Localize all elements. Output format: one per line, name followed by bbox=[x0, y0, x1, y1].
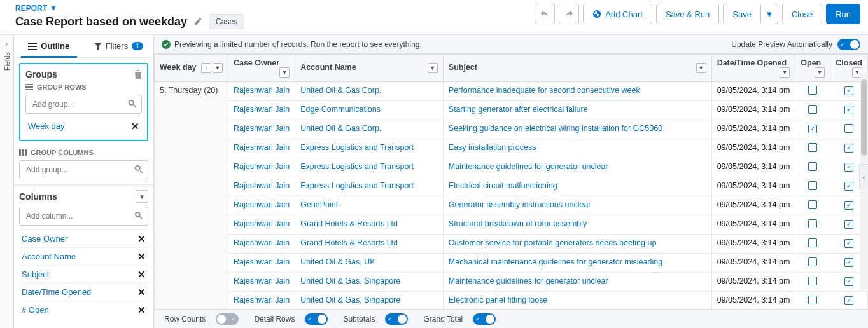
header-menu-icon[interactable]: ▼ bbox=[213, 63, 223, 73]
owner-cell[interactable]: Rajeshwari Jain bbox=[228, 235, 295, 254]
header-menu-icon[interactable]: ▼ bbox=[696, 63, 706, 73]
header-menu-icon[interactable]: ▼ bbox=[428, 63, 438, 73]
redo-button[interactable] bbox=[559, 4, 579, 24]
account-cell[interactable]: GenePoint bbox=[295, 196, 444, 215]
column-header[interactable]: Account Name ▼ bbox=[295, 55, 444, 82]
table-row: Rajeshwari JainGrand Hotels & Resorts Lt… bbox=[155, 215, 868, 235]
account-cell[interactable]: Edge Communications bbox=[295, 101, 444, 120]
auto-preview-toggle[interactable]: ✓ bbox=[837, 39, 860, 50]
account-cell[interactable]: United Oil & Gas, Singapore bbox=[295, 273, 444, 292]
owner-cell[interactable]: Rajeshwari Jain bbox=[228, 120, 295, 139]
owner-cell[interactable]: Rajeshwari Jain bbox=[228, 196, 295, 215]
subject-cell[interactable]: Electronic panel fitting loose bbox=[443, 292, 711, 310]
account-cell[interactable]: United Oil & Gas Corp. bbox=[295, 120, 444, 139]
account-cell[interactable]: Express Logistics and Transport bbox=[295, 158, 444, 177]
save-run-label: Save & Run bbox=[666, 10, 710, 19]
column-header[interactable]: Subject ▼ bbox=[443, 55, 711, 82]
trash-icon[interactable] bbox=[134, 70, 142, 79]
remove-column-icon[interactable]: ✕ bbox=[137, 270, 146, 279]
close-button[interactable]: Close bbox=[782, 4, 822, 24]
report-type-dropdown[interactable]: REPORT ▼ bbox=[15, 4, 535, 13]
fields-panel-toggle[interactable]: › Fields bbox=[0, 35, 14, 328]
column-item[interactable]: Date/Time Opened✕ bbox=[19, 283, 148, 301]
entity-pill[interactable]: Cases bbox=[209, 14, 244, 29]
owner-cell[interactable]: Rajeshwari Jain bbox=[228, 158, 295, 177]
grand-total-toggle[interactable]: ✓ bbox=[473, 313, 496, 325]
detail-rows-toggle[interactable]: ✓ bbox=[305, 313, 328, 325]
owner-cell[interactable]: Rajeshwari Jain bbox=[228, 139, 295, 158]
header-menu-icon[interactable]: ▼ bbox=[815, 67, 825, 78]
remove-column-icon[interactable]: ✕ bbox=[137, 234, 146, 243]
account-cell[interactable]: Express Logistics and Transport bbox=[295, 139, 444, 158]
column-item[interactable]: Subject✕ bbox=[19, 265, 148, 283]
subject-cell[interactable]: Structural breakdown of rotor assembly bbox=[443, 215, 711, 235]
group-cell[interactable]: 5. Thursday (20) bbox=[155, 82, 228, 310]
checkbox-icon bbox=[808, 181, 817, 190]
subject-cell[interactable]: Maintenance guidelines for generator unc… bbox=[443, 273, 711, 292]
column-header[interactable]: Date/Time Opened ▼ bbox=[711, 55, 795, 82]
column-item[interactable]: # Open✕ bbox=[19, 301, 148, 318]
column-header[interactable]: Open ▼ bbox=[795, 55, 830, 82]
grand-total-label: Grand Total bbox=[423, 315, 463, 324]
remove-column-icon[interactable]: ✕ bbox=[137, 252, 146, 261]
close-label: Close bbox=[792, 10, 813, 19]
dt-cell: 09/05/2024, 3:14 pm bbox=[711, 273, 795, 292]
checkbox-icon bbox=[808, 86, 817, 95]
subject-cell[interactable]: Electrical circuit malfunctioning bbox=[443, 177, 711, 196]
account-cell[interactable]: Grand Hotels & Resorts Ltd bbox=[295, 215, 444, 235]
checkbox-icon bbox=[844, 182, 853, 191]
subject-cell[interactable]: Easy installation process bbox=[443, 139, 711, 158]
tab-outline[interactable]: Outline bbox=[14, 35, 84, 57]
save-menu-button[interactable]: ▼ bbox=[760, 4, 778, 24]
group-field-weekday[interactable]: Week day ✕ bbox=[25, 118, 142, 135]
subtotals-toggle[interactable]: ✓ bbox=[385, 313, 408, 325]
checkbox-icon bbox=[844, 277, 853, 286]
group-columns-input[interactable] bbox=[19, 160, 148, 179]
tab-filters[interactable]: Filters 1 bbox=[84, 35, 154, 57]
column-item[interactable]: Account Name✕ bbox=[19, 247, 148, 265]
add-column-input[interactable] bbox=[19, 207, 148, 226]
subject-cell[interactable]: Maintenance guidelines for generator unc… bbox=[443, 158, 711, 177]
subject-cell[interactable]: Mechanical maintenance guidelines for ge… bbox=[443, 254, 711, 273]
owner-cell[interactable]: Rajeshwari Jain bbox=[228, 254, 295, 273]
edit-title-icon[interactable] bbox=[193, 17, 202, 26]
account-cell[interactable]: Grand Hotels & Resorts Ltd bbox=[295, 235, 444, 254]
columns-menu-button[interactable]: ▼ bbox=[136, 190, 148, 203]
run-button[interactable]: Run bbox=[826, 4, 860, 24]
subject-cell[interactable]: Customer service for portable generators… bbox=[443, 235, 711, 254]
account-cell[interactable]: Express Logistics and Transport bbox=[295, 177, 444, 196]
owner-cell[interactable]: Rajeshwari Jain bbox=[228, 177, 295, 196]
table-row: Rajeshwari JainExpress Logistics and Tra… bbox=[155, 158, 868, 177]
table-row: Rajeshwari JainGrand Hotels & Resorts Lt… bbox=[155, 235, 868, 254]
column-item[interactable]: Case Owner✕ bbox=[19, 229, 148, 247]
remove-column-icon[interactable]: ✕ bbox=[137, 305, 146, 315]
column-header[interactable]: Week day ↑▼ bbox=[155, 55, 228, 82]
subject-cell[interactable]: Generator assembly instructions unclear bbox=[443, 196, 711, 215]
header-menu-icon[interactable]: ▼ bbox=[279, 67, 290, 78]
account-cell[interactable]: United Oil & Gas, Singapore bbox=[295, 292, 444, 310]
owner-cell[interactable]: Rajeshwari Jain bbox=[228, 273, 295, 292]
remove-group-icon[interactable]: ✕ bbox=[131, 121, 139, 131]
account-cell[interactable]: United Oil & Gas Corp. bbox=[295, 82, 444, 101]
save-run-button[interactable]: Save & Run bbox=[656, 4, 719, 24]
save-button[interactable]: Save bbox=[723, 4, 760, 24]
remove-column-icon[interactable]: ✕ bbox=[137, 287, 146, 297]
add-chart-button[interactable]: Add Chart bbox=[583, 4, 652, 24]
subject-cell[interactable]: Seeking guidance on electrical wiring in… bbox=[443, 120, 711, 139]
header-menu-icon[interactable]: ▼ bbox=[780, 67, 790, 78]
owner-cell[interactable]: Rajeshwari Jain bbox=[228, 82, 295, 101]
header-label: Case Owner bbox=[234, 58, 279, 67]
checkbox-icon bbox=[844, 124, 853, 133]
account-cell[interactable]: United Oil & Gas, UK bbox=[295, 254, 444, 273]
owner-cell[interactable]: Rajeshwari Jain bbox=[228, 215, 295, 235]
undo-button[interactable] bbox=[535, 4, 555, 24]
owner-cell[interactable]: Rajeshwari Jain bbox=[228, 101, 295, 120]
subject-cell[interactable]: Performance inadequate for second consec… bbox=[443, 82, 711, 101]
sort-asc-icon[interactable]: ↑ bbox=[201, 63, 211, 73]
group-rows-input[interactable] bbox=[25, 95, 142, 114]
owner-cell[interactable]: Rajeshwari Jain bbox=[228, 292, 295, 310]
column-header[interactable]: Case Owner ▼ bbox=[228, 55, 295, 82]
row-counts-toggle[interactable]: ✓ bbox=[216, 313, 239, 325]
right-panel-handle[interactable]: ‹ bbox=[859, 164, 868, 189]
subject-cell[interactable]: Starting generator after electrical fail… bbox=[443, 101, 711, 120]
